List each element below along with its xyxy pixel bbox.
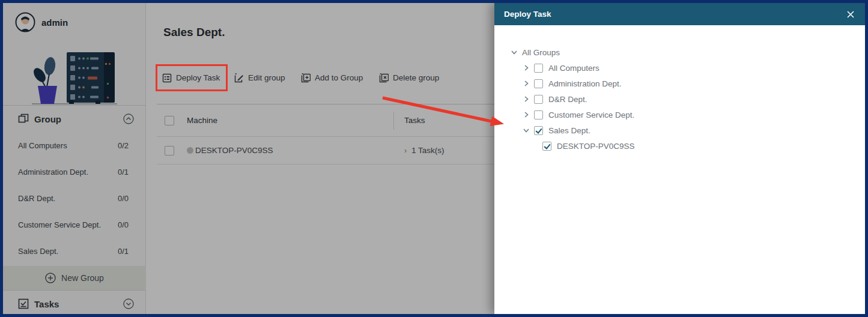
tree-node-customer-service-dept[interactable]: Customer Service Dept.	[511, 107, 865, 122]
tree-checkbox[interactable]	[534, 64, 543, 73]
chevron-down-icon[interactable]	[523, 127, 530, 134]
tree-node-all-groups[interactable]: All Groups	[511, 44, 865, 60]
tree-node-administration-dept[interactable]: Administration Dept.	[511, 76, 865, 91]
close-icon[interactable]	[845, 8, 856, 20]
app-window: admin	[0, 0, 868, 317]
chevron-right-icon[interactable]	[523, 80, 530, 87]
tree-node-label: All Computers	[548, 64, 599, 73]
tree-checkbox[interactable]	[534, 79, 543, 88]
tree-node-label: D&R Dept.	[548, 95, 587, 104]
chevron-right-icon[interactable]	[523, 95, 530, 103]
tree-checkbox[interactable]	[534, 95, 543, 104]
dialog-header: Deploy Task	[494, 3, 865, 25]
tree-node-label: DESKTOP-PV0C9SS	[557, 142, 635, 151]
chevron-right-icon[interactable]	[523, 111, 530, 118]
tree-checkbox[interactable]	[534, 110, 543, 119]
group-tree: All Groups All Computers Administration …	[494, 25, 865, 154]
tree-node-sales-dept[interactable]: Sales Dept.	[511, 122, 865, 138]
chevron-right-icon[interactable]	[511, 49, 518, 56]
tree-node-label: Customer Service Dept.	[548, 110, 634, 119]
tree-checkbox[interactable]	[542, 142, 551, 151]
window-content: admin	[3, 3, 865, 314]
tree-node-label: Administration Dept.	[548, 79, 622, 88]
tree-node-desktop-pv0c9ss[interactable]: DESKTOP-PV0C9SS	[511, 138, 865, 154]
tree-node-label: Sales Dept.	[548, 126, 590, 135]
tree-node-label: All Groups	[522, 48, 560, 57]
chevron-right-icon[interactable]	[523, 64, 530, 71]
deploy-task-dialog: Deploy Task All Groups All Computers	[494, 3, 865, 314]
tree-checkbox[interactable]	[534, 126, 543, 135]
tree-node-dr-dept[interactable]: D&R Dept.	[511, 91, 865, 107]
tree-node-all-computers[interactable]: All Computers	[511, 60, 865, 76]
dialog-title: Deploy Task	[504, 10, 551, 19]
modal-dim-overlay	[3, 3, 494, 314]
